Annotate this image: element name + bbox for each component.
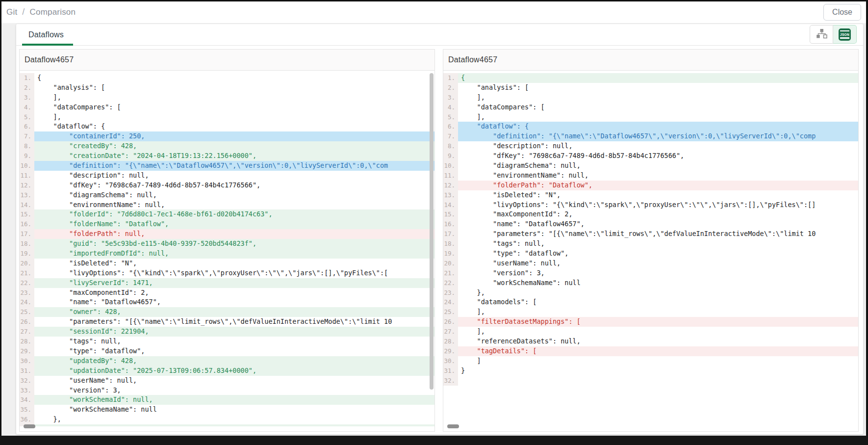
code-text: "filterDatasetMappings": [ (458, 317, 858, 327)
line-number: 6. (443, 122, 458, 131)
code-text (458, 376, 858, 386)
line-number: 24. (20, 297, 34, 307)
line-number: 18. (20, 239, 34, 249)
horizontal-scrollbar-thumb[interactable] (24, 424, 35, 428)
line-number: 8. (443, 141, 458, 151)
close-button[interactable]: Close (823, 4, 861, 21)
code-text: "userName": null, (34, 376, 434, 386)
code-line: 18. "guid": "5e5c93bd-e115-4b40-9397-520… (20, 239, 434, 249)
code-text: "dataflow": { (458, 122, 858, 131)
code-text: "owner": 428, (34, 307, 434, 317)
code-text: "folderPath": null, (34, 229, 434, 239)
code-area-left[interactable]: 1.{2. "analysis": [3. ],4. "dataCompares… (20, 71, 434, 426)
code-text: "isDeleted": "N", (34, 259, 434, 268)
code-text: "diagramSchema": null, (458, 161, 858, 171)
code-text: "tags": null, (34, 337, 434, 346)
code-line: 21. "livyOptions": "{\"kind\":\"spark\",… (20, 268, 434, 278)
line-number: 35. (20, 405, 34, 415)
json-view-button[interactable]: JSON (833, 25, 857, 44)
code-text: "folderName": "Dataflow", (34, 219, 434, 229)
code-line: 36. }, (20, 415, 434, 424)
code-text: "environmentName": null, (34, 200, 434, 210)
code-text: "definition": "{\"name\":\"Dataflow4657\… (34, 161, 434, 171)
horizontal-scrollbar-thumb[interactable] (447, 424, 459, 428)
code-text: { (458, 73, 858, 83)
line-number: 34. (20, 395, 34, 405)
code-line: 13. "isDeleted": "N", (443, 190, 858, 200)
line-number: 9. (443, 151, 458, 161)
code-text: }, (458, 288, 858, 298)
sitemap-icon (816, 28, 827, 41)
line-number: 29. (20, 346, 34, 356)
code-area-right[interactable]: 1.{2. "analysis": [3. ],4. "dataCompares… (443, 71, 858, 426)
tab-dataflows[interactable]: Dataflows (22, 24, 70, 46)
code-line: 32. "userName": null, (20, 376, 434, 386)
code-line: 25. ], (443, 307, 858, 317)
code-text: "sessionId": 221904, (34, 327, 434, 337)
window-bottom-edge (0, 436, 868, 445)
code-text: "type": "dataflow", (34, 346, 434, 356)
line-number: 28. (443, 337, 458, 346)
line-number: 12. (20, 181, 34, 190)
code-text: "name": "Dataflow4657", (458, 219, 858, 229)
code-line: 21. "version": 3, (443, 268, 858, 278)
code-text: "maxComponentId": 2, (458, 209, 858, 219)
line-number: 24. (443, 297, 458, 307)
line-number: 18. (443, 239, 458, 249)
code-text: "parameters": "[{\"name\":\"limit_rows\"… (458, 229, 858, 239)
code-text: }, (34, 415, 434, 424)
code-text: "folderId": "7d6d80c1-7ec1-468e-bf61-d02… (34, 209, 434, 219)
json-icon-label: JSON (840, 33, 849, 36)
code-line (20, 424, 434, 426)
code-text: "dataflow": { (34, 122, 434, 131)
code-text: "containerId": 250, (34, 131, 434, 141)
breadcrumb-root[interactable]: Git (6, 7, 17, 17)
line-number: 2. (20, 83, 34, 93)
code-line: 11. "environmentName": null, (443, 171, 858, 181)
tree-view-button[interactable] (810, 25, 833, 44)
code-text: "name": "Dataflow4657", (34, 297, 434, 307)
tab-bar: Dataflows (16, 24, 863, 46)
line-number: 8. (20, 141, 34, 151)
code-text: "workSchemaName": null (34, 405, 434, 415)
line-number: 27. (443, 327, 458, 337)
breadcrumb: Git/Comparison (6, 7, 76, 17)
code-line: 29. "type": "dataflow", (20, 346, 434, 356)
code-text: "tagDetails": [ (458, 346, 858, 356)
code-text: "dfKey": "7698c6a7-7489-4d6d-8b57-84b4c1… (34, 181, 434, 190)
vertical-scrollbar-thumb[interactable] (430, 73, 434, 390)
code-text: ], (458, 93, 858, 103)
code-text: "workSchemaName": null (458, 278, 858, 288)
diff-panel-right: Dataflow4657 1.{2. "analysis": [3. ],4. … (443, 49, 859, 432)
code-line: 31.} (443, 366, 858, 376)
code-text: "definition": "{\"name\":\"Dataflow4657\… (458, 131, 858, 141)
code-text: ], (34, 112, 434, 122)
code-line: 19. "type": "dataflow", (443, 249, 858, 259)
panel-title-right: Dataflow4657 (443, 50, 858, 71)
line-number: 20. (443, 259, 458, 268)
line-number: 26. (443, 317, 458, 327)
code-text: "type": "dataflow", (458, 249, 858, 259)
line-number: 14. (443, 200, 458, 210)
code-line: 2. "analysis": [ (20, 83, 434, 93)
line-number: 21. (20, 268, 34, 278)
code-line: 2. "analysis": [ (443, 83, 858, 93)
line-number: 3. (443, 93, 458, 103)
line-number: 15. (20, 209, 34, 219)
line-number: 25. (20, 307, 34, 317)
code-line: 14. "livyOptions": "{\"kind\":\"spark\",… (443, 200, 858, 210)
code-line: 10. "definition": "{\"name\":\"Dataflow4… (20, 161, 434, 171)
line-number: 16. (443, 219, 458, 229)
code-line: 17. "parameters": "[{\"name\":\"limit_ro… (443, 229, 858, 239)
code-text: "description": null, (458, 141, 858, 151)
line-number: 17. (443, 229, 458, 239)
code-line: 22. "workSchemaName": null (443, 278, 858, 288)
code-line: 3. ], (443, 93, 858, 103)
line-number: 1. (443, 73, 458, 83)
code-line: 28. "referenceDatasets": null, (443, 337, 858, 346)
code-text: ], (34, 93, 434, 103)
line-number: 31. (443, 366, 458, 376)
code-text: "dfKey": "7698c6a7-7489-4d6d-8b57-84b4c1… (458, 151, 858, 161)
code-line: 4. "dataCompares": [ (443, 103, 858, 112)
line-number: 4. (443, 103, 458, 112)
